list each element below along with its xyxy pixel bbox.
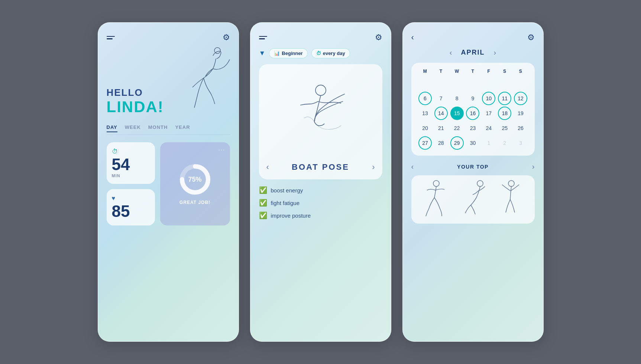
cal-cell-r2c6[interactable]: 19	[514, 107, 527, 120]
settings-icon-3[interactable]: ⚙	[527, 33, 535, 42]
settings-icon[interactable]: ⚙	[223, 33, 230, 42]
cal-cell-r0c0	[418, 77, 432, 90]
tab-year[interactable]: YEAR	[175, 124, 190, 132]
cal-cell-r1c3[interactable]: 9	[466, 92, 479, 105]
calendar-header: M T W T F S S	[417, 69, 529, 74]
day-label-s2: S	[513, 69, 529, 74]
cal-cell-r4c0[interactable]: 27	[418, 136, 432, 150]
yoga-figure-1	[176, 45, 235, 119]
top-section-header: ‹ YOUR TOP ›	[411, 162, 535, 171]
bar-chart-icon: 📊	[274, 51, 280, 56]
prev-pose-arrow[interactable]: ‹	[266, 162, 269, 172]
top-pose-2	[460, 179, 489, 220]
month-title: APRIL	[461, 49, 485, 56]
calendar-grid: 6789101112131415161718192021222324252627…	[417, 77, 529, 150]
cal-cell-r2c3[interactable]: 16	[466, 107, 479, 120]
header-row-2: ⚙	[259, 33, 382, 42]
back-icon[interactable]: ‹	[411, 33, 414, 42]
everyday-filter-tag[interactable]: ⏱ every day	[311, 48, 350, 58]
pose-figure	[280, 72, 362, 153]
cal-cell-r1c0[interactable]: 6	[418, 92, 432, 105]
benefit-item-3: ✅ improve posture	[259, 211, 382, 220]
more-options-icon[interactable]: ···	[218, 147, 225, 153]
settings-icon-2[interactable]: ⚙	[375, 33, 382, 42]
cal-cell-r4c2[interactable]: 29	[450, 136, 464, 150]
cal-cell-r0c3	[466, 77, 479, 90]
heart-value: 85	[112, 203, 130, 220]
cal-cell-r3c5[interactable]: 25	[498, 121, 511, 135]
cal-cell-r3c2[interactable]: 22	[450, 121, 464, 135]
menu-icon[interactable]	[107, 36, 115, 39]
progress-donut: 75%	[178, 163, 212, 196]
time-value: 54	[112, 156, 130, 173]
screen-home: ⚙ HELLO LINDA! DAY	[98, 22, 239, 342]
heart-icon: ♥	[112, 195, 116, 202]
top-pose-3	[498, 179, 524, 220]
cal-cell-r2c4[interactable]: 17	[482, 107, 495, 120]
next-pose-arrow[interactable]: ›	[372, 162, 375, 172]
beginner-filter-tag[interactable]: 📊 Beginner	[269, 48, 307, 58]
top-pose-1	[421, 179, 451, 220]
cal-cell-r0c4	[482, 77, 495, 90]
menu-icon-2[interactable]	[259, 36, 267, 39]
cal-cell-r3c6[interactable]: 26	[514, 121, 527, 135]
check-icon-3: ✅	[259, 211, 267, 220]
next-top-arrow[interactable]: ›	[532, 162, 535, 171]
cal-cell-r4c1[interactable]: 28	[434, 136, 448, 150]
next-month-arrow[interactable]: ›	[494, 48, 496, 57]
pose-title: BOAT POSE	[292, 162, 349, 172]
prev-month-arrow[interactable]: ‹	[450, 48, 452, 57]
benefits-list: ✅ boost energy ✅ fight fatigue ✅ improve…	[259, 186, 382, 220]
cal-cell-r1c4[interactable]: 10	[482, 92, 495, 105]
benefit-text-2: fight fatigue	[271, 200, 300, 206]
cal-cell-r2c2[interactable]: 15	[450, 107, 464, 120]
prev-top-arrow[interactable]: ‹	[411, 162, 414, 171]
cal-cell-r0c2	[450, 77, 464, 90]
day-label-w: W	[449, 69, 465, 74]
cal-cell-r0c6	[514, 77, 527, 90]
cal-cell-r3c0[interactable]: 20	[418, 121, 432, 135]
svg-point-3	[315, 85, 326, 95]
cal-cell-r4c5[interactable]: 2	[498, 136, 511, 150]
time-stat-box: ⏱ 54 MIN	[107, 142, 155, 184]
cal-cell-r3c4[interactable]: 24	[482, 121, 495, 135]
cal-cell-r4c4[interactable]: 1	[482, 136, 495, 150]
pose-nav-row: ‹ BOAT POSE ›	[266, 162, 375, 172]
cal-cell-r0c5	[498, 77, 511, 90]
cal-cell-r2c1[interactable]: 14	[434, 107, 448, 120]
svg-point-6	[508, 181, 514, 186]
tab-month[interactable]: MONTH	[148, 124, 168, 132]
cal-cell-r1c5[interactable]: 11	[498, 92, 511, 105]
day-label-f: F	[481, 69, 497, 74]
your-top-label: YOUR TOP	[457, 164, 489, 170]
cal-cell-r3c3[interactable]: 23	[466, 121, 479, 135]
tab-week[interactable]: WEEK	[125, 124, 141, 132]
day-label-t1: T	[433, 69, 449, 74]
day-label-m: M	[417, 69, 433, 74]
day-label-s1: S	[497, 69, 513, 74]
svg-point-0	[214, 48, 220, 53]
stats-row: ⏱ 54 MIN ♥ 85 ··· 75% GREAT	[107, 142, 230, 225]
cal-cell-r1c6[interactable]: 12	[514, 92, 527, 105]
cal-cell-r2c0[interactable]: 13	[418, 107, 432, 120]
cal-cell-r2c5[interactable]: 18	[498, 107, 511, 120]
filter-icon[interactable]: ▼	[259, 49, 266, 57]
cal-cell-r1c1[interactable]: 7	[434, 92, 448, 105]
calendar-box: M T W T F S S 67891011121314151617181920…	[411, 63, 535, 156]
month-nav: ‹ APRIL ›	[411, 48, 535, 57]
top-poses-box	[411, 175, 535, 224]
cal-cell-r3c1[interactable]: 21	[434, 121, 448, 135]
cal-cell-r4c3[interactable]: 30	[466, 136, 479, 150]
progress-percent: 75%	[188, 176, 201, 183]
tab-day[interactable]: DAY	[107, 124, 117, 132]
progress-label: GREAT JOB!	[179, 200, 210, 205]
cal-cell-r4c6[interactable]: 3	[514, 136, 527, 150]
benefit-item-1: ✅ boost energy	[259, 186, 382, 194]
benefit-text-3: improve posture	[271, 212, 311, 219]
cal-cell-r1c2[interactable]: 8	[450, 92, 464, 105]
everyday-label: every day	[323, 51, 345, 56]
benefit-text-1: boost energy	[271, 187, 303, 194]
svg-point-5	[477, 181, 483, 186]
header-row-3: ‹ ⚙	[411, 33, 535, 42]
cal-cell-r0c1	[434, 77, 448, 90]
